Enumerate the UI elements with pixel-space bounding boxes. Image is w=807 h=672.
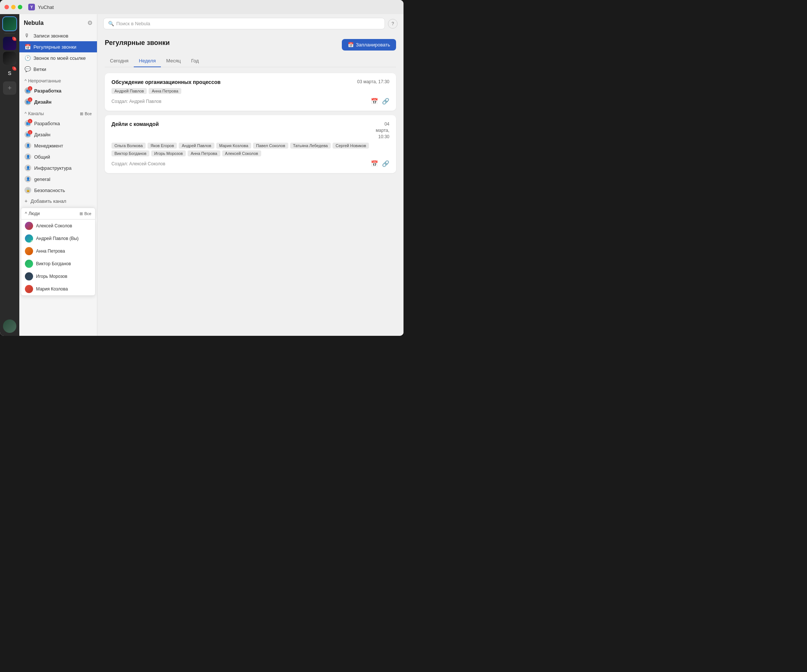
person-andrei-name: Андрей Павлов (Вы) (36, 236, 79, 241)
nav-branches[interactable]: 💬 Ветки (19, 63, 97, 75)
call-2-calendar-icon[interactable]: 📅 (371, 160, 378, 167)
branches-label: Ветки (33, 66, 46, 72)
person-andrei-avatar (25, 234, 33, 242)
call-2-tag-0: Ольга Волкова (111, 143, 146, 149)
channel-security-icon: 🔒 (25, 187, 31, 194)
call-2-footer: Создал: Алексей Соколов 📅 🔗 (111, 160, 389, 167)
unread-dev-name: Разработка (34, 88, 61, 94)
unread-dev-icon: 👥 1 (25, 87, 31, 94)
nav-recordings[interactable]: 🎙 Записи звонков (19, 30, 97, 41)
channel-mgmt[interactable]: 👤 Менеджмент (19, 140, 97, 151)
channel-security[interactable]: 🔒 Безопасность (19, 185, 97, 196)
channels-filter[interactable]: ⊞ Все (80, 111, 92, 116)
call-2-time: 04 марта, 10:30 (375, 121, 389, 140)
unread-dev-badge: 1 (28, 86, 32, 91)
online-indicator (31, 241, 33, 242)
call-1-calendar-icon[interactable]: 📅 (371, 98, 378, 105)
content-title: Регулярные звонки (105, 39, 170, 47)
close-button[interactable] (5, 5, 9, 9)
person-igor-avatar (25, 272, 33, 280)
tab-week[interactable]: Неделя (134, 55, 161, 67)
call-1-time: 03 марта, 17:30 (357, 79, 389, 84)
people-section-header[interactable]: ^ Люди ⊞ Все (21, 207, 95, 219)
call-1-link-icon[interactable]: 🔗 (382, 98, 389, 105)
tab-month[interactable]: Месяц (161, 55, 186, 67)
person-igor-name: Игорь Морозов (36, 274, 67, 279)
workspace-nebula[interactable] (3, 17, 17, 30)
channels-chevron: ^ (25, 111, 27, 116)
user-avatar-bottom[interactable] (3, 319, 17, 333)
content-header: Регулярные звонки 📅 Запланировать (105, 39, 396, 50)
person-victor[interactable]: Виктор Богданов (21, 257, 95, 270)
add-channel-button[interactable]: + Добавить канал (19, 196, 97, 206)
call-2-link-icon[interactable]: 🔗 (382, 160, 389, 167)
people-label: Люди (28, 211, 40, 216)
search-box[interactable]: 🔍 Поиск в Nebula (103, 18, 385, 29)
channel-general-en-name: general (34, 176, 50, 182)
window-controls (5, 5, 22, 9)
person-andrei[interactable]: Андрей Павлов (Вы) (21, 232, 95, 245)
call-1-actions: 📅 🔗 (371, 98, 389, 105)
schedule-btn-icon: 📅 (348, 42, 354, 48)
people-filter-icon: ⊞ (80, 211, 83, 216)
minimize-button[interactable] (11, 5, 16, 9)
call-2-tag-10: Алексей Соколов (222, 151, 261, 156)
call-2-tag-7: Виктор Богданов (111, 151, 149, 156)
rail-divider (5, 33, 15, 34)
workspace-space[interactable]: 1 (3, 37, 17, 50)
channel-design-badge: 1 (28, 130, 32, 134)
person-aleksei-name: Алексей Соколов (36, 223, 72, 229)
unread-section-left: ^ Непрочитанные (25, 78, 61, 84)
schedule-button[interactable]: 📅 Запланировать (342, 39, 396, 50)
maximize-button[interactable] (18, 5, 22, 9)
channel-general-ru[interactable]: 👤 Общий (19, 151, 97, 163)
person-igor[interactable]: Игорь Морозов (21, 270, 95, 283)
person-maria-name: Мария Козлова (36, 286, 68, 292)
channels-section-header[interactable]: ^ Каналы ⊞ Все (19, 107, 97, 118)
channels-section-left: ^ Каналы (25, 111, 44, 116)
channel-design-icon: 👥 1 (25, 131, 31, 138)
app-window: Y YuChat 1 S 1 + (0, 0, 404, 336)
channel-infra[interactable]: 👤 Инфраструктура (19, 163, 97, 174)
person-aleksei[interactable]: Алексей Соколов (21, 219, 95, 232)
filter-label: Все (85, 111, 92, 116)
help-button[interactable]: ? (388, 19, 398, 28)
filter-icon: ⊞ (80, 111, 83, 116)
regular-calls-label: Регулярные звонки (33, 44, 76, 50)
workspace-s[interactable]: S 1 (3, 66, 17, 80)
unread-dev[interactable]: 👥 1 Разработка (19, 85, 97, 96)
channels-label: Каналы (28, 111, 44, 116)
add-workspace-button[interactable]: + (3, 81, 17, 95)
channel-infra-icon: 👤 (25, 164, 31, 171)
person-maria-avatar (25, 285, 33, 293)
call-card-2: Дейли с командой 04 марта, 10:30 Ольга В… (105, 115, 396, 173)
workspace-s-badge: 1 (12, 66, 17, 71)
nav-my-link[interactable]: 🕐 Звонок по моей ссылке (19, 52, 97, 63)
call-2-time-line1: 04 (385, 121, 389, 127)
person-maria[interactable]: Мария Козлова (21, 283, 95, 295)
unread-section-header[interactable]: ^ Непрочитанные (19, 75, 97, 85)
unread-design[interactable]: 👥 1 Дизайн (19, 96, 97, 107)
tab-year[interactable]: Год (186, 55, 204, 67)
channel-mgmt-name: Менеджмент (34, 143, 63, 149)
people-filter-label: Все (84, 211, 91, 216)
call-2-tag-6: Сергей Новиков (332, 143, 369, 149)
people-filter[interactable]: ⊞ Все (80, 211, 91, 216)
tab-today[interactable]: Сегодня (105, 55, 134, 67)
recordings-label: Записи звонков (33, 33, 68, 39)
nav-regular-calls[interactable]: 📅 Регулярные звонки (19, 41, 97, 52)
call-2-tag-3: Мария Козлова (216, 143, 252, 149)
channel-dev-name: Разработка (34, 121, 60, 126)
call-card-1: Обсуждение организационных процессов 03 … (105, 73, 396, 111)
person-anna-name: Анна Петрова (36, 249, 65, 254)
channel-dev[interactable]: 👥 1 Разработка (19, 118, 97, 129)
channel-general-en[interactable]: 👤 general (19, 174, 97, 185)
call-2-time-line3: 10:30 (378, 134, 389, 139)
person-anna-avatar (25, 247, 33, 255)
call-2-actions: 📅 🔗 (371, 160, 389, 167)
workspace-dark[interactable] (3, 51, 17, 65)
settings-icon[interactable]: ⚙ (87, 19, 93, 27)
person-anna[interactable]: Анна Петрова (21, 245, 95, 257)
sidebar-header: Nebula ⚙ (19, 14, 97, 30)
channel-design[interactable]: 👥 1 Дизайн (19, 129, 97, 140)
